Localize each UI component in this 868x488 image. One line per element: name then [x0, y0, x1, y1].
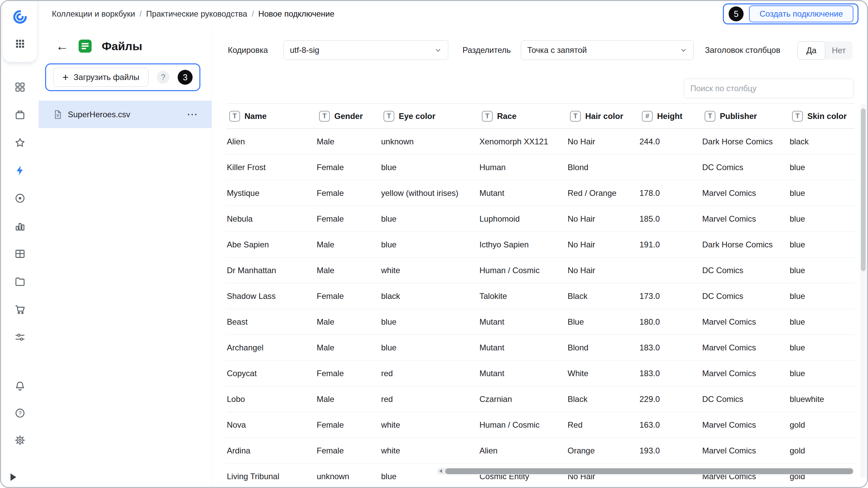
header-toggle-no[interactable]: Нет	[825, 41, 852, 60]
breadcrumb-collections[interactable]: Коллекции и воркбуки	[52, 9, 135, 19]
column-type-icon: T	[482, 111, 493, 122]
table-cell: Mystique	[226, 180, 316, 206]
rail-bottom-group: ?	[14, 380, 26, 446]
table-cell: Red	[567, 412, 639, 438]
vertical-scrollbar-thumb[interactable]	[861, 108, 866, 271]
settings-sliders-icon[interactable]	[14, 331, 26, 343]
column-header-eye-color: TEye color	[380, 104, 479, 129]
table-cell: blue	[789, 283, 854, 309]
column-type-icon: T	[792, 111, 803, 122]
table-cell: Cosmic Entity	[479, 464, 567, 487]
delimiter-select[interactable]: Точка с запятой	[521, 40, 694, 60]
table-cell: Dark Horse Comics	[702, 232, 789, 258]
table-cell: Male	[316, 309, 380, 335]
table-cell: Nebula	[226, 206, 316, 232]
upload-files-highlight: + Загрузить файлы ? 3	[45, 63, 200, 91]
content-area: Коллекции и воркбуки / Практические руко…	[39, 1, 867, 487]
table-cell: 180.0	[639, 309, 702, 335]
table-cell: No Hair	[567, 206, 639, 232]
topbar: Коллекции и воркбуки / Практические руко…	[39, 1, 867, 26]
tables-grid-icon[interactable]	[14, 248, 26, 260]
table-cell: Red / Orange	[567, 180, 639, 206]
table-cell: Human	[479, 155, 567, 180]
dashboard-icon[interactable]	[14, 81, 26, 93]
table-cell: blue	[789, 309, 854, 335]
table-row: Killer FrostFemaleblueHumanBlondDC Comic…	[226, 155, 854, 180]
column-header-hair-color: THair color	[567, 104, 639, 129]
table-cell: 185.0	[639, 206, 702, 232]
table-cell: 183.0	[639, 361, 702, 386]
collections-box-icon[interactable]	[14, 109, 26, 121]
datalens-lightning-icon[interactable]	[14, 164, 26, 177]
monitoring-target-icon[interactable]	[14, 192, 26, 204]
table-cell: Lobo	[226, 386, 316, 412]
apps-grid-icon[interactable]	[14, 38, 26, 50]
table-cell: Marvel Comics	[702, 438, 789, 464]
scroll-left-arrow-icon[interactable]	[439, 469, 442, 473]
table-header-row: TNameTGenderTEye colorTRaceTHair color#H…	[226, 104, 854, 129]
datalens-logo-icon[interactable]	[12, 9, 28, 25]
horizontal-scrollbar-thumb[interactable]	[445, 468, 853, 474]
expand-play-icon[interactable]	[11, 473, 16, 481]
table-cell: gold	[789, 464, 854, 487]
table-cell: Blue	[567, 309, 639, 335]
table-cell: Female	[316, 206, 380, 232]
help-question-icon[interactable]: ?	[14, 407, 26, 419]
charts-icon[interactable]	[14, 220, 26, 232]
chevron-down-icon	[679, 46, 688, 55]
table-cell: blue	[789, 335, 854, 361]
upload-files-button[interactable]: + Загрузить файлы	[53, 68, 149, 87]
table-cell: DC Comics	[702, 386, 789, 412]
notifications-bell-icon[interactable]	[14, 380, 26, 392]
header-toggle-yes[interactable]: Да	[797, 41, 825, 60]
table-cell: DC Comics	[702, 155, 789, 180]
table-cell: Marvel Comics	[702, 361, 789, 386]
column-search-input[interactable]	[684, 79, 853, 98]
table-cell: bluewhite	[789, 386, 854, 412]
table-row: Dr ManhattanMalewhiteHuman / CosmicNo Ha…	[226, 258, 854, 283]
table-cell: Black	[567, 283, 639, 309]
table-cell: blue	[789, 361, 854, 386]
storage-folder-icon[interactable]	[14, 276, 26, 288]
favorites-star-icon[interactable]	[14, 137, 26, 149]
table-row: ArdinaFemalewhiteAlienOrange193.0Marvel …	[226, 438, 854, 464]
table-cell: red	[380, 361, 479, 386]
file-more-menu-icon[interactable]: ⋯	[187, 112, 199, 117]
column-label: Height	[657, 111, 683, 121]
file-list-item-selected[interactable]: SuperHeroes.csv ⋯	[39, 101, 212, 128]
encoding-value: utf-8-sig	[290, 45, 319, 55]
column-label: Publisher	[720, 111, 757, 121]
chevron-down-icon	[434, 46, 442, 55]
step-badge-3: 3	[178, 70, 193, 85]
marketplace-cart-icon[interactable]	[14, 303, 26, 316]
table-cell: 244.0	[639, 129, 702, 155]
delimiter-label: Разделитель	[462, 45, 511, 55]
table-cell: Living Tribunal	[226, 464, 316, 487]
horizontal-scrollbar	[437, 468, 854, 475]
plus-icon: +	[62, 72, 68, 83]
table-cell	[639, 155, 702, 180]
table-cell: Icthyo Sapien	[479, 232, 567, 258]
vertical-scrollbar	[860, 103, 866, 478]
table-cell: Mutant	[479, 361, 567, 386]
table-cell: blue	[789, 232, 854, 258]
file-name: SuperHeroes.csv	[68, 110, 182, 119]
table-cell: Male	[316, 258, 380, 283]
preview-table-wrap: TNameTGenderTEye colorTRaceTHair color#H…	[226, 103, 854, 487]
table-cell: Copycat	[226, 361, 316, 386]
table-row: NebulaFemaleblueLuphomoidNo Hair185.0Mar…	[226, 206, 854, 232]
encoding-select[interactable]: utf-8-sig	[283, 40, 448, 60]
back-arrow-icon[interactable]: ←	[56, 40, 68, 53]
table-cell: black	[789, 129, 854, 155]
upload-help-icon[interactable]: ?	[157, 71, 170, 84]
table-cell: Abe Sapien	[226, 232, 316, 258]
column-label: Name	[244, 111, 267, 121]
table-row: CopycatFemaleredMutantWhite183.0Marvel C…	[226, 361, 854, 386]
create-connection-button[interactable]: Создать подключение	[749, 5, 853, 22]
gear-icon[interactable]	[14, 434, 26, 446]
table-cell: 173.0	[639, 283, 702, 309]
table-cell: red	[380, 386, 479, 412]
table-cell: DC Comics	[702, 283, 789, 309]
table-cell: Mutant	[479, 335, 567, 361]
breadcrumb-workbook[interactable]: Практические руководства	[146, 9, 247, 19]
